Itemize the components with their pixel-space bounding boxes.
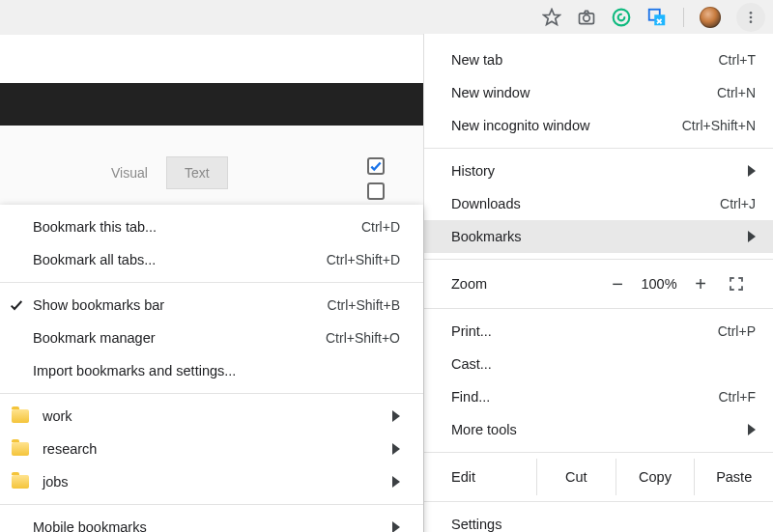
- submenu-mobile-bookmarks[interactable]: Mobile bookmarks: [0, 511, 423, 532]
- menu-label: History: [451, 163, 738, 179]
- edit-cut-button[interactable]: Cut: [536, 459, 616, 495]
- menu-shortcut: Ctrl+D: [361, 219, 400, 235]
- menu-settings[interactable]: Settings: [424, 508, 773, 532]
- edit-paste-button[interactable]: Paste: [694, 459, 773, 495]
- bookmark-folder[interactable]: jobs: [0, 465, 423, 498]
- menu-label: Edit: [424, 469, 536, 485]
- chevron-right-icon: [392, 410, 400, 422]
- folder-label: jobs: [43, 474, 383, 490]
- svg-marker-13: [392, 410, 400, 422]
- chevron-right-icon: [392, 521, 400, 532]
- menu-separator: [424, 452, 773, 453]
- menu-zoom: Zoom − 100% +: [424, 266, 773, 302]
- menu-new-window[interactable]: New window Ctrl+N: [424, 76, 773, 109]
- checkbox-group: [367, 157, 385, 200]
- chevron-right-icon: [748, 165, 756, 177]
- menu-history[interactable]: History: [424, 154, 773, 187]
- tab-text[interactable]: Text: [166, 156, 228, 189]
- menu-label: Cast...: [451, 356, 756, 372]
- menu-shortcut: Ctrl+Shift+N: [682, 118, 756, 133]
- menu-bookmarks[interactable]: Bookmarks: [424, 220, 773, 253]
- toolbar-icon-group: [542, 0, 765, 35]
- page-header-area: [0, 35, 423, 83]
- edit-copy-button[interactable]: Copy: [616, 459, 695, 495]
- chevron-right-icon: [392, 476, 400, 488]
- star-icon[interactable]: [542, 8, 561, 27]
- menu-label: More tools: [451, 422, 738, 437]
- submenu-bookmark-tab[interactable]: Bookmark this tab... Ctrl+D: [0, 210, 423, 243]
- menu-label: Import bookmarks and settings...: [33, 363, 400, 378]
- zoom-out-button[interactable]: −: [601, 273, 634, 295]
- menu-separator: [424, 501, 773, 502]
- page-dark-bar: [0, 83, 423, 126]
- zoom-in-button[interactable]: +: [684, 273, 717, 295]
- svg-marker-16: [392, 521, 400, 532]
- grammarly-icon[interactable]: [612, 8, 631, 27]
- translate-icon[interactable]: [646, 7, 668, 28]
- menu-shortcut: Ctrl+J: [720, 196, 756, 211]
- check-icon: [6, 297, 27, 313]
- svg-marker-11: [748, 424, 756, 435]
- chevron-right-icon: [748, 231, 756, 242]
- menu-separator: [0, 504, 423, 505]
- menu-label: Downloads: [451, 196, 720, 211]
- folder-label: research: [43, 441, 383, 457]
- menu-label: Mobile bookmarks: [33, 519, 383, 532]
- menu-cast[interactable]: Cast...: [424, 348, 773, 380]
- menu-separator: [424, 259, 773, 260]
- menu-label: Find...: [451, 389, 719, 405]
- svg-marker-0: [544, 10, 560, 25]
- menu-incognito[interactable]: New incognito window Ctrl+Shift+N: [424, 109, 773, 142]
- menu-separator: [0, 282, 423, 283]
- main-menu: New tab Ctrl+T New window Ctrl+N New inc…: [423, 34, 773, 532]
- zoom-percent: 100%: [634, 276, 684, 292]
- folder-icon: [12, 442, 29, 456]
- menu-label: Print...: [451, 323, 718, 339]
- bookmark-folder[interactable]: work: [0, 400, 423, 433]
- menu-label: Bookmark manager: [33, 330, 326, 346]
- menu-label: Settings: [451, 517, 756, 532]
- fullscreen-icon[interactable]: [717, 275, 756, 293]
- checkbox-unchecked[interactable]: [367, 182, 385, 200]
- svg-point-2: [584, 15, 590, 22]
- svg-marker-9: [748, 165, 756, 177]
- svg-marker-14: [392, 443, 400, 455]
- menu-label: New incognito window: [451, 118, 682, 133]
- menu-shortcut: Ctrl+P: [718, 323, 756, 339]
- menu-label: New tab: [451, 52, 719, 68]
- bookmarks-submenu: Bookmark this tab... Ctrl+D Bookmark all…: [0, 205, 423, 532]
- menu-separator: [0, 393, 423, 394]
- menu-find[interactable]: Find... Ctrl+F: [424, 380, 773, 413]
- menu-shortcut: Ctrl+T: [719, 52, 757, 68]
- svg-point-8: [750, 20, 753, 23]
- menu-downloads[interactable]: Downloads Ctrl+J: [424, 187, 773, 220]
- menu-shortcut: Ctrl+Shift+B: [328, 297, 400, 313]
- folder-icon: [12, 409, 29, 423]
- chevron-right-icon: [748, 424, 756, 435]
- menu-more-tools[interactable]: More tools: [424, 413, 773, 446]
- submenu-show-bar[interactable]: Show bookmarks bar Ctrl+Shift+B: [0, 289, 423, 322]
- menu-shortcut: Ctrl+Shift+O: [326, 330, 400, 346]
- profile-avatar[interactable]: [700, 7, 721, 28]
- menu-label: Bookmarks: [451, 229, 738, 244]
- menu-new-tab[interactable]: New tab Ctrl+T: [424, 43, 773, 76]
- tab-visual[interactable]: Visual: [93, 156, 166, 189]
- menu-shortcut: Ctrl+F: [719, 389, 757, 405]
- checkbox-checked[interactable]: [367, 157, 385, 175]
- chevron-right-icon: [392, 443, 400, 455]
- submenu-manager[interactable]: Bookmark manager Ctrl+Shift+O: [0, 322, 423, 354]
- menu-label: Show bookmarks bar: [33, 297, 328, 313]
- folder-label: work: [43, 408, 383, 424]
- bookmark-folder[interactable]: research: [0, 433, 423, 465]
- submenu-bookmark-all[interactable]: Bookmark all tabs... Ctrl+Shift+D: [0, 243, 423, 276]
- menu-shortcut: Ctrl+Shift+D: [327, 252, 400, 267]
- camera-icon[interactable]: [577, 8, 596, 27]
- kebab-menu-button[interactable]: [736, 3, 765, 32]
- menu-label: New window: [451, 85, 717, 100]
- svg-point-6: [750, 12, 753, 14]
- svg-point-3: [614, 10, 630, 26]
- toolbar-separator: [683, 8, 684, 27]
- svg-marker-10: [748, 231, 756, 242]
- submenu-import[interactable]: Import bookmarks and settings...: [0, 354, 423, 387]
- menu-print[interactable]: Print... Ctrl+P: [424, 315, 773, 348]
